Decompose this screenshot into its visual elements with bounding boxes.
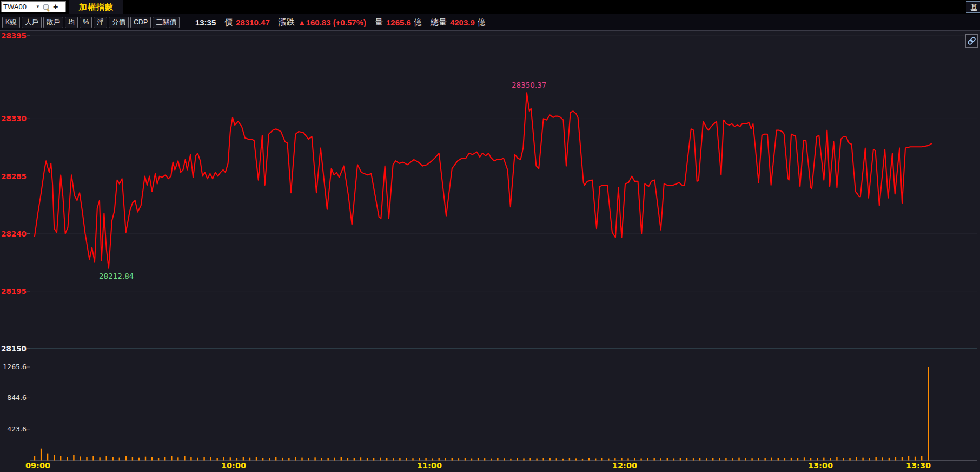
session-low-label: 28212.84 xyxy=(99,272,134,280)
time-axis-tick-label: 09:00 xyxy=(25,461,50,470)
volume-bars xyxy=(34,367,929,461)
time-axis-tick-label: 13:30 xyxy=(906,461,931,470)
total-volume-unit: 億 xyxy=(478,17,486,28)
change-label: 漲跌 xyxy=(279,17,295,28)
chart-svg xyxy=(0,0,980,472)
toolbar-button-percent[interactable]: % xyxy=(80,17,92,28)
price-chart-area[interactable]: 28350.37 28212.84 2839528330282852824028… xyxy=(0,0,980,472)
quote-price-group: 價 28310.47 xyxy=(224,17,270,28)
search-icon[interactable] xyxy=(43,4,49,10)
time-axis-tick-label: 10:00 xyxy=(221,461,246,470)
corner-button[interactable]: 基 xyxy=(966,1,980,13)
toolbar-button-price-dist[interactable]: 分價 xyxy=(109,17,129,28)
toolbar-button-float[interactable]: 浮 xyxy=(94,17,107,28)
price-value: 28310.47 xyxy=(236,18,270,27)
toolbar-button-major[interactable]: 大戶 xyxy=(22,17,42,28)
volume-axis-tick-label: 423.6 xyxy=(0,425,27,434)
quote-volume-group: 量 1265.6 億 xyxy=(375,17,422,28)
prev-close-label: 28150 xyxy=(0,344,27,353)
volume-unit: 億 xyxy=(414,17,422,28)
toolbar: K線 大戶 散戶 均 % 浮 分價 CDP 三關價 13:35 價 28310.… xyxy=(0,14,980,31)
price-label: 價 xyxy=(224,17,233,28)
dropdown-caret-icon[interactable]: ▼ xyxy=(36,4,40,9)
toolbar-button-retail[interactable]: 散戶 xyxy=(43,17,63,28)
add-symbol-button[interactable]: + xyxy=(53,3,58,11)
quote-total-group: 總量 4203.9 億 xyxy=(431,17,486,28)
change-value: ▲160.83 (+0.57%) xyxy=(298,18,366,27)
toolbar-button-three-gates[interactable]: 三關價 xyxy=(153,17,180,28)
total-volume-value: 4203.9 xyxy=(450,18,475,27)
volume-axis-tick-label: 1265.6 xyxy=(0,363,27,371)
quote-time: 13:35 xyxy=(195,18,216,27)
volume-value: 1265.6 xyxy=(386,18,411,27)
chain-link-icon xyxy=(966,36,977,46)
top-bar: ▼ + 加權指數 基 xyxy=(0,0,980,14)
symbol-input[interactable] xyxy=(3,3,35,11)
price-axis-tick-label: 28330 xyxy=(0,114,27,123)
volume-label: 量 xyxy=(375,17,383,28)
price-axis-tick-label: 28285 xyxy=(0,172,27,181)
toolbar-button-cdp[interactable]: CDP xyxy=(130,17,151,28)
axis-ticks xyxy=(27,36,30,429)
symbol-search-group: ▼ + xyxy=(1,1,66,12)
price-axis-tick-label: 28195 xyxy=(0,287,27,296)
price-axis-tick-label: 28395 xyxy=(0,31,27,40)
time-axis-tick-label: 12:00 xyxy=(612,461,637,470)
price-line xyxy=(35,93,931,268)
time-axis-tick-label: 13:00 xyxy=(808,461,833,470)
link-button[interactable] xyxy=(965,34,978,48)
volume-axis-tick-label: 844.6 xyxy=(0,394,27,402)
toolbar-button-kline[interactable]: K線 xyxy=(2,17,20,28)
quote-bar: 13:35 價 28310.47 漲跌 ▲160.83 (+0.57%) 量 1… xyxy=(195,17,486,28)
session-high-label: 28350.37 xyxy=(512,81,546,89)
quote-change-group: 漲跌 ▲160.83 (+0.57%) xyxy=(279,17,366,28)
total-volume-label: 總量 xyxy=(431,17,447,28)
toolbar-button-avg[interactable]: 均 xyxy=(65,17,78,28)
tab-weighted-index[interactable]: 加權指數 xyxy=(69,0,123,14)
price-axis-tick-label: 28240 xyxy=(0,230,27,238)
time-axis-tick-label: 11:00 xyxy=(417,461,442,470)
